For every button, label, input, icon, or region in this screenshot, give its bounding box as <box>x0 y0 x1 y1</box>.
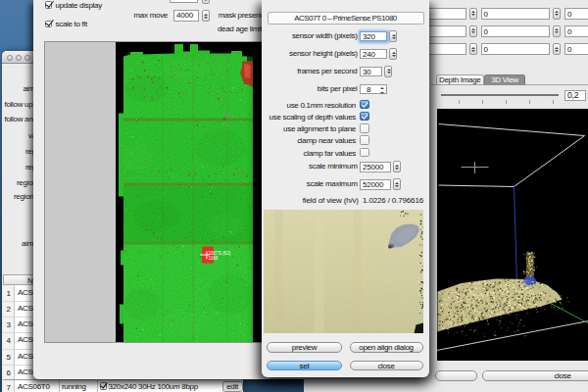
svg-text:1007S (62): 1007S (62) <box>209 250 231 255</box>
svg-text:1166: 1166 <box>209 256 219 261</box>
